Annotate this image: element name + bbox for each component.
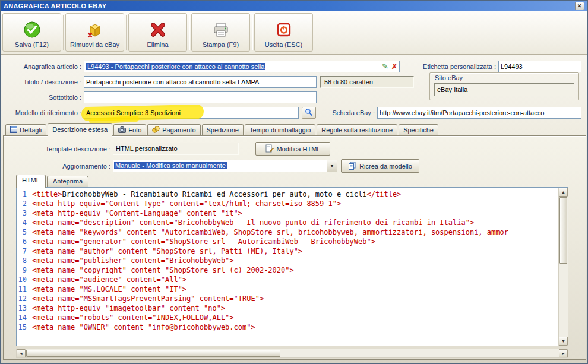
titolo-descrizione-value: Portapacchi posteriore con attacco al ca… bbox=[86, 78, 259, 86]
copy-pages-icon bbox=[348, 162, 356, 171]
package-remove-icon bbox=[86, 20, 104, 39]
aggiornamento-combobox[interactable]: Manuale - Modifica solo manualmente ▼ bbox=[113, 160, 337, 172]
subtab-anteprima[interactable]: Anteprima bbox=[47, 176, 88, 187]
tab-pagamento-label: Pagamento bbox=[162, 126, 195, 134]
tab-spedizione[interactable]: Spedizione bbox=[202, 124, 244, 136]
print-button[interactable]: Stampa (F9) bbox=[191, 13, 250, 52]
dialog-anagrafica-articolo-ebay: ANAGRAFICA ARTICOLO EBAY ✕ Salva (F12) R… bbox=[0, 0, 588, 364]
sito-ebay-groupbox: Sito eBay eBay Italia bbox=[429, 72, 579, 100]
code-line: 13<meta http-equiv="imagetoolbar" conten… bbox=[17, 303, 558, 313]
code-line: 8<meta name="publisher" content="Bricoho… bbox=[17, 256, 558, 265]
vertical-scroll-track[interactable] bbox=[559, 197, 568, 337]
edit-page-icon bbox=[265, 144, 274, 154]
save-button[interactable]: Salva (F12) bbox=[2, 13, 61, 52]
tab-descrizione-estesa[interactable]: Descrizione estesa bbox=[48, 123, 112, 137]
exit-button-label: Uscita (ESC) bbox=[265, 41, 303, 48]
aggiornamento-value-wrap: Manuale - Modifica solo manualmente bbox=[113, 160, 327, 172]
horizontal-scroll-thumb[interactable] bbox=[26, 350, 280, 357]
character-counter: 58 di 80 caratteri bbox=[320, 76, 414, 88]
subtab-html[interactable]: HTML bbox=[16, 175, 46, 188]
code-line: 1<title>BricohobbyWeb - Ricambiauto Rica… bbox=[17, 189, 558, 199]
vertical-scrollbar[interactable]: ▲ ▼ bbox=[558, 188, 568, 346]
modello-riferimento-label: Modello di riferimento : bbox=[1, 107, 81, 119]
sito-ebay-field[interactable]: eBay Italia bbox=[434, 83, 574, 96]
titolo-descrizione-label: Titolo / descrizione : bbox=[1, 76, 81, 88]
tab-dettagli-label: Dettagli bbox=[20, 126, 42, 134]
code-line: 9<meta name="copyright" content="ShopSto… bbox=[17, 265, 558, 275]
subtab-anteprima-label: Anteprima bbox=[53, 178, 83, 185]
code-line: 14<meta name="robots" content="INDEX,FOL… bbox=[17, 313, 558, 322]
remove-from-ebay-button[interactable]: Rimuovi da eBay bbox=[65, 13, 124, 52]
edit-pencil-icon[interactable]: ✎ bbox=[382, 61, 388, 72]
tab-specifiche[interactable]: Specifiche bbox=[399, 124, 438, 136]
html-code-editor[interactable]: 1<title>BricohobbyWeb - Ricambiauto Rica… bbox=[16, 187, 568, 346]
combo-dropdown-arrow-icon[interactable]: ▼ bbox=[327, 160, 337, 172]
code-line: 3<meta http-equiv="Content-Language" con… bbox=[17, 208, 558, 218]
search-model-button[interactable] bbox=[302, 107, 316, 119]
camera-icon bbox=[118, 126, 126, 134]
etichetta-personalizzata-field[interactable]: L94493 bbox=[498, 61, 581, 72]
toolbar-separator bbox=[63, 15, 64, 50]
anagrafica-articolo-label: Anagrafica articolo : bbox=[1, 61, 81, 72]
code-line: 7<meta name="author" content="ShopStore … bbox=[17, 246, 558, 256]
tab-spedizione-label: Spedizione bbox=[207, 126, 239, 134]
save-check-icon bbox=[23, 20, 41, 39]
modello-riferimento-field[interactable]: Accessori Semplice 3 Spedizioni bbox=[84, 107, 299, 119]
anagrafica-articolo-field[interactable]: L94493 - Portapacchi posteriore con atta… bbox=[84, 61, 400, 72]
scheda-ebay-field[interactable]: http://www.ebay.it/itm/Portapacchi-poste… bbox=[377, 107, 581, 119]
vertical-scroll-thumb[interactable] bbox=[559, 197, 567, 264]
template-descrizione-label: Template descrizione : bbox=[27, 143, 110, 155]
clear-x-icon[interactable]: ✗ bbox=[391, 61, 397, 72]
close-icon[interactable]: ✕ bbox=[575, 2, 584, 10]
code-line: 15<meta name="OWNER" content="info@brico… bbox=[17, 322, 558, 332]
toolbar: Salva (F12) Rimuovi da eBay Elimina Stam… bbox=[1, 11, 587, 55]
delete-button[interactable]: Elimina bbox=[128, 13, 187, 52]
tab-dettagli[interactable]: Dettagli bbox=[5, 124, 46, 136]
toolbar-separator bbox=[126, 15, 127, 50]
code-lines: 1<title>BricohobbyWeb - Ricambiauto Rica… bbox=[17, 188, 558, 346]
sottotitolo-field[interactable] bbox=[84, 91, 317, 103]
printer-icon bbox=[212, 20, 230, 39]
tab-pagamento[interactable]: € Pagamento bbox=[147, 124, 200, 136]
print-button-label: Stampa (F9) bbox=[203, 41, 239, 48]
aggiornamento-value: Manuale - Modifica solo manualmente bbox=[114, 162, 227, 169]
modello-riferimento-value: Accessori Semplice 3 Spedizioni bbox=[86, 109, 181, 116]
delete-button-label: Elimina bbox=[147, 41, 168, 48]
tab-descrizione-estesa-label: Descrizione estesa bbox=[52, 126, 108, 133]
tab-regole-sulla-restituzione[interactable]: Regole sulla restituzione bbox=[317, 124, 397, 136]
ricrea-da-modello-label: Ricrea da modello bbox=[359, 163, 412, 170]
template-descrizione-value: HTML personalizzato bbox=[116, 145, 178, 152]
code-line: 10<meta name="audience" content="All"> bbox=[17, 275, 558, 284]
code-line: 6<meta name="generator" content="ShopSto… bbox=[17, 237, 558, 246]
scroll-up-arrow-icon[interactable]: ▲ bbox=[559, 188, 568, 197]
scroll-right-arrow-icon[interactable]: ► bbox=[559, 349, 568, 357]
descrizione-estesa-panel: Template descrizione : HTML personalizza… bbox=[3, 135, 586, 360]
code-line: 11<meta name="MS.LOCALE" content="IT"> bbox=[17, 284, 558, 294]
sito-ebay-label: Sito eBay bbox=[435, 74, 463, 81]
tab-foto-label: Foto bbox=[128, 126, 141, 134]
scroll-down-arrow-icon[interactable]: ▼ bbox=[559, 337, 568, 346]
coins-icon: € bbox=[152, 126, 160, 134]
horizontal-scroll-track[interactable] bbox=[26, 349, 559, 357]
toolbar-separator bbox=[252, 15, 252, 50]
modifica-html-label: Modifica HTML bbox=[277, 145, 321, 153]
template-descrizione-field[interactable]: HTML personalizzato bbox=[113, 143, 239, 155]
code-line: 5<meta name="keywords" content="Autorica… bbox=[17, 227, 558, 237]
etichetta-personalizzata-value: L94493 bbox=[501, 63, 523, 70]
ricrea-da-modello-button[interactable]: Ricrea da modello bbox=[341, 159, 419, 173]
tab-foto[interactable]: Foto bbox=[113, 124, 146, 136]
etichetta-personalizzata-label: Etichetta personalizzata : bbox=[409, 61, 496, 72]
exit-button[interactable]: Uscita (ESC) bbox=[254, 13, 313, 52]
horizontal-scrollbar[interactable]: ◄ ► bbox=[16, 349, 568, 358]
magnifier-icon bbox=[305, 108, 313, 118]
code-line: 2<meta http-equiv="Content-Type" content… bbox=[17, 199, 558, 208]
anagrafica-field-icons: ✎ ✗ bbox=[380, 61, 397, 72]
scroll-left-arrow-icon[interactable]: ◄ bbox=[17, 349, 26, 357]
exit-power-icon bbox=[275, 20, 293, 39]
subtab-html-label: HTML bbox=[22, 176, 40, 183]
titolo-descrizione-field[interactable]: Portapacchi posteriore con attacco al ca… bbox=[84, 76, 317, 88]
modifica-html-button[interactable]: Modifica HTML bbox=[255, 142, 330, 156]
editor-tab-strip: HTML Anteprima bbox=[16, 174, 88, 187]
tab-tempo-di-imballaggio[interactable]: Tempo di imballaggio bbox=[245, 124, 315, 136]
title-bar: ANAGRAFICA ARTICOLO EBAY ✕ bbox=[1, 1, 587, 11]
